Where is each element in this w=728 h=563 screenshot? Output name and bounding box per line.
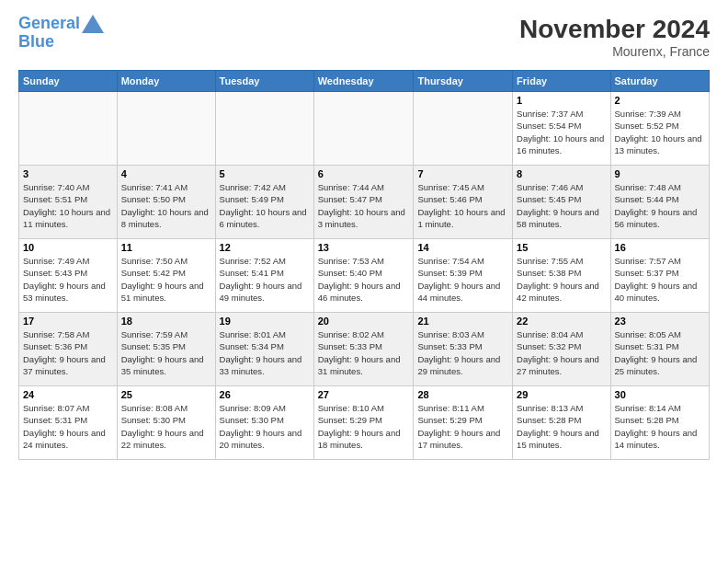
logo-blue: Blue	[18, 32, 54, 51]
day-number: 21	[417, 316, 508, 327]
day-cell: 14Sunrise: 7:54 AM Sunset: 5:39 PM Dayli…	[414, 239, 513, 313]
day-info: Sunrise: 8:13 AM Sunset: 5:28 PM Dayligh…	[517, 402, 606, 451]
day-number: 4	[121, 168, 211, 179]
col-thursday: Thursday	[414, 71, 513, 92]
day-info: Sunrise: 7:45 AM Sunset: 5:46 PM Dayligh…	[417, 181, 508, 230]
day-number: 14	[417, 242, 508, 253]
day-number: 8	[517, 168, 606, 179]
day-number: 17	[23, 316, 113, 327]
day-number: 22	[517, 316, 606, 327]
day-number: 11	[121, 242, 211, 253]
logo: General Blue	[18, 15, 104, 52]
day-info: Sunrise: 7:58 AM Sunset: 5:36 PM Dayligh…	[23, 328, 113, 377]
day-info: Sunrise: 7:49 AM Sunset: 5:43 PM Dayligh…	[23, 255, 113, 304]
day-cell: 21Sunrise: 8:03 AM Sunset: 5:33 PM Dayli…	[414, 313, 513, 386]
col-wednesday: Wednesday	[313, 71, 414, 92]
day-info: Sunrise: 8:03 AM Sunset: 5:33 PM Dayligh…	[417, 328, 508, 377]
calendar: Sunday Monday Tuesday Wednesday Thursday…	[18, 70, 710, 460]
day-info: Sunrise: 7:39 AM Sunset: 5:52 PM Dayligh…	[615, 108, 705, 156]
day-info: Sunrise: 8:08 AM Sunset: 5:30 PM Dayligh…	[121, 402, 211, 451]
day-cell: 9Sunrise: 7:48 AM Sunset: 5:44 PM Daylig…	[610, 166, 709, 239]
week-row-5: 24Sunrise: 8:07 AM Sunset: 5:31 PM Dayli…	[19, 386, 710, 460]
svg-marker-0	[82, 15, 104, 33]
day-number: 2	[615, 95, 705, 106]
day-cell	[117, 92, 215, 166]
day-number: 5	[220, 168, 310, 179]
day-info: Sunrise: 8:02 AM Sunset: 5:33 PM Dayligh…	[318, 328, 410, 377]
day-number: 18	[121, 316, 211, 327]
day-info: Sunrise: 7:50 AM Sunset: 5:42 PM Dayligh…	[121, 255, 211, 304]
day-info: Sunrise: 7:55 AM Sunset: 5:38 PM Dayligh…	[517, 255, 606, 304]
day-number: 12	[220, 242, 310, 253]
week-row-2: 3Sunrise: 7:40 AM Sunset: 5:51 PM Daylig…	[19, 166, 710, 239]
day-cell	[19, 92, 118, 166]
day-info: Sunrise: 7:52 AM Sunset: 5:41 PM Dayligh…	[220, 255, 310, 304]
day-cell: 8Sunrise: 7:46 AM Sunset: 5:45 PM Daylig…	[513, 166, 610, 239]
day-cell: 17Sunrise: 7:58 AM Sunset: 5:36 PM Dayli…	[19, 313, 118, 386]
day-cell: 28Sunrise: 8:11 AM Sunset: 5:29 PM Dayli…	[414, 386, 513, 460]
day-cell: 23Sunrise: 8:05 AM Sunset: 5:31 PM Dayli…	[610, 313, 709, 386]
col-saturday: Saturday	[610, 71, 709, 92]
day-info: Sunrise: 7:59 AM Sunset: 5:35 PM Dayligh…	[121, 328, 211, 377]
day-info: Sunrise: 8:07 AM Sunset: 5:31 PM Dayligh…	[23, 402, 113, 451]
day-cell: 10Sunrise: 7:49 AM Sunset: 5:43 PM Dayli…	[19, 239, 118, 313]
day-info: Sunrise: 8:04 AM Sunset: 5:32 PM Dayligh…	[517, 328, 606, 377]
week-row-3: 10Sunrise: 7:49 AM Sunset: 5:43 PM Dayli…	[19, 239, 710, 313]
day-cell: 7Sunrise: 7:45 AM Sunset: 5:46 PM Daylig…	[414, 166, 513, 239]
day-info: Sunrise: 7:48 AM Sunset: 5:44 PM Dayligh…	[615, 181, 705, 230]
day-info: Sunrise: 7:54 AM Sunset: 5:39 PM Dayligh…	[417, 255, 508, 304]
header: General Blue November 2024 Mourenx, Fran…	[18, 15, 710, 59]
day-cell: 20Sunrise: 8:02 AM Sunset: 5:33 PM Dayli…	[313, 313, 414, 386]
page: General Blue November 2024 Mourenx, Fran…	[0, 0, 728, 475]
day-number: 28	[417, 389, 508, 400]
day-number: 3	[23, 168, 113, 179]
day-number: 15	[517, 242, 606, 253]
day-number: 20	[318, 316, 410, 327]
day-info: Sunrise: 8:01 AM Sunset: 5:34 PM Dayligh…	[220, 328, 310, 377]
day-cell: 18Sunrise: 7:59 AM Sunset: 5:35 PM Dayli…	[117, 313, 215, 386]
day-info: Sunrise: 7:57 AM Sunset: 5:37 PM Dayligh…	[615, 255, 705, 304]
day-cell: 22Sunrise: 8:04 AM Sunset: 5:32 PM Dayli…	[513, 313, 610, 386]
day-info: Sunrise: 7:46 AM Sunset: 5:45 PM Dayligh…	[517, 181, 606, 230]
day-number: 30	[615, 389, 705, 400]
day-number: 24	[23, 389, 113, 400]
day-cell: 24Sunrise: 8:07 AM Sunset: 5:31 PM Dayli…	[19, 386, 118, 460]
day-info: Sunrise: 8:14 AM Sunset: 5:28 PM Dayligh…	[615, 402, 705, 451]
day-cell: 3Sunrise: 7:40 AM Sunset: 5:51 PM Daylig…	[19, 166, 118, 239]
col-friday: Friday	[513, 71, 610, 92]
day-cell: 12Sunrise: 7:52 AM Sunset: 5:41 PM Dayli…	[215, 239, 313, 313]
day-cell: 29Sunrise: 8:13 AM Sunset: 5:28 PM Dayli…	[513, 386, 610, 460]
day-info: Sunrise: 8:10 AM Sunset: 5:29 PM Dayligh…	[318, 402, 410, 451]
day-cell: 4Sunrise: 7:41 AM Sunset: 5:50 PM Daylig…	[117, 166, 215, 239]
week-row-1: 1Sunrise: 7:37 AM Sunset: 5:54 PM Daylig…	[19, 92, 710, 166]
day-cell	[313, 92, 414, 166]
day-info: Sunrise: 8:09 AM Sunset: 5:30 PM Dayligh…	[220, 402, 310, 451]
day-info: Sunrise: 7:40 AM Sunset: 5:51 PM Dayligh…	[23, 181, 113, 230]
day-number: 25	[121, 389, 211, 400]
day-number: 9	[615, 168, 705, 179]
col-tuesday: Tuesday	[215, 71, 313, 92]
header-row: Sunday Monday Tuesday Wednesday Thursday…	[19, 71, 710, 92]
title-block: November 2024 Mourenx, France	[519, 15, 710, 59]
day-info: Sunrise: 8:11 AM Sunset: 5:29 PM Dayligh…	[417, 402, 508, 451]
day-info: Sunrise: 7:44 AM Sunset: 5:47 PM Dayligh…	[318, 181, 410, 230]
day-cell: 2Sunrise: 7:39 AM Sunset: 5:52 PM Daylig…	[610, 92, 709, 166]
day-cell: 26Sunrise: 8:09 AM Sunset: 5:30 PM Dayli…	[215, 386, 313, 460]
day-info: Sunrise: 8:05 AM Sunset: 5:31 PM Dayligh…	[615, 328, 705, 377]
day-cell: 11Sunrise: 7:50 AM Sunset: 5:42 PM Dayli…	[117, 239, 215, 313]
subtitle: Mourenx, France	[519, 44, 710, 59]
day-number: 1	[517, 95, 606, 106]
day-cell: 25Sunrise: 8:08 AM Sunset: 5:30 PM Dayli…	[117, 386, 215, 460]
day-number: 19	[220, 316, 310, 327]
day-cell: 5Sunrise: 7:42 AM Sunset: 5:49 PM Daylig…	[215, 166, 313, 239]
logo-text: General	[18, 15, 80, 33]
day-number: 6	[318, 168, 410, 179]
day-cell: 6Sunrise: 7:44 AM Sunset: 5:47 PM Daylig…	[313, 166, 414, 239]
col-sunday: Sunday	[19, 71, 118, 92]
day-info: Sunrise: 7:37 AM Sunset: 5:54 PM Dayligh…	[517, 108, 606, 156]
day-number: 23	[615, 316, 705, 327]
day-number: 27	[318, 389, 410, 400]
day-cell	[215, 92, 313, 166]
day-number: 7	[417, 168, 508, 179]
day-cell: 1Sunrise: 7:37 AM Sunset: 5:54 PM Daylig…	[513, 92, 610, 166]
